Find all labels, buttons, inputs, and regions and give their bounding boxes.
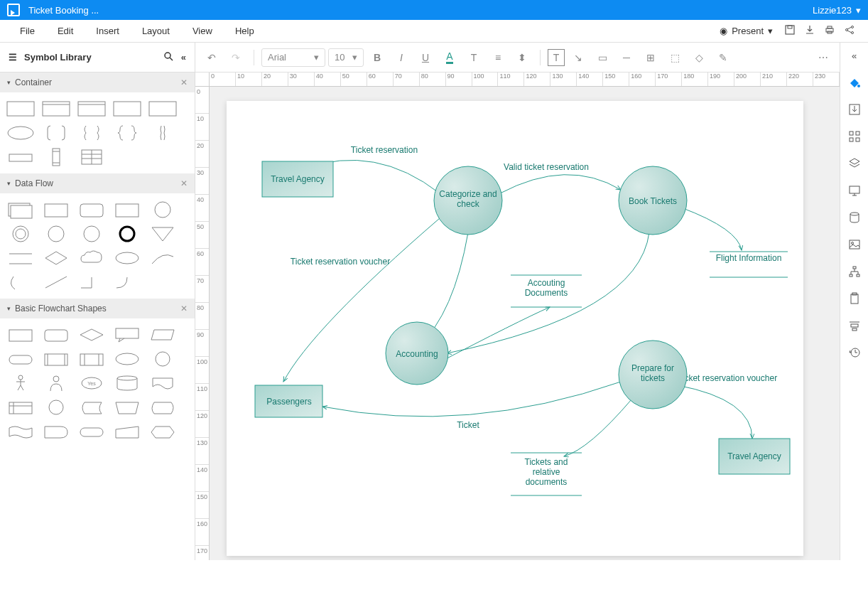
shape-bracket[interactable]: [75, 122, 108, 144]
shape-rect-v[interactable]: [40, 146, 72, 168]
shape-circle[interactable]: [146, 199, 179, 220]
shape-hexagon[interactable]: [146, 421, 179, 442]
print-icon[interactable]: [820, 24, 840, 38]
shape-rect[interactable]: [4, 324, 37, 345]
bold-button[interactable]: B: [367, 47, 388, 68]
search-icon[interactable]: [163, 50, 174, 64]
shape-rect[interactable]: [40, 199, 72, 220]
canvas[interactable]: Ticket reservation Valid ticket reservat…: [227, 101, 803, 556]
menu-edit[interactable]: Edit: [46, 26, 85, 36]
user-menu[interactable]: Lizzie123 ▾: [813, 5, 861, 16]
highlight-button[interactable]: T: [463, 47, 484, 68]
database-icon[interactable]: [846, 209, 863, 226]
history-icon[interactable]: [846, 344, 863, 361]
shape-decision-yes[interactable]: Yes: [75, 372, 108, 394]
shape-bracket[interactable]: [40, 122, 72, 144]
export-icon[interactable]: [846, 101, 863, 118]
shape-cloud[interactable]: [75, 247, 108, 269]
menu-view[interactable]: View: [181, 26, 224, 36]
image-icon[interactable]: [846, 236, 863, 253]
shape-terminator[interactable]: [4, 348, 37, 370]
shape-line[interactable]: [40, 272, 72, 293]
redo-button[interactable]: ↷: [225, 47, 246, 68]
tree-icon[interactable]: [846, 263, 863, 280]
shape-tape[interactable]: [4, 421, 37, 442]
line-style-button[interactable]: ▭: [592, 47, 613, 68]
shape-callout[interactable]: [111, 324, 143, 345]
shape-triangle[interactable]: [146, 223, 179, 245]
edge-to-tickets-docs[interactable]: [564, 399, 631, 456]
shape-rect[interactable]: [111, 199, 143, 220]
shape-ellipse[interactable]: [111, 247, 143, 269]
edge-acc-to-docs[interactable]: [436, 307, 550, 364]
shape-stored[interactable]: [75, 397, 108, 418]
clipboard-icon[interactable]: [846, 290, 863, 307]
close-icon[interactable]: ✕: [180, 178, 188, 188]
close-icon[interactable]: ✕: [180, 77, 188, 87]
menu-help[interactable]: Help: [224, 26, 266, 36]
shape-diamond[interactable]: [40, 247, 72, 269]
section-basic-flowchart[interactable]: ▾ Basic Flowchart Shapes ✕: [0, 299, 195, 318]
shape-pill[interactable]: [75, 421, 108, 442]
shape-arc[interactable]: [146, 247, 179, 269]
grid-icon[interactable]: [846, 128, 863, 145]
layers-icon[interactable]: [846, 155, 863, 172]
shape-rounded[interactable]: [40, 324, 72, 345]
download-icon[interactable]: [800, 24, 820, 38]
shape-ellipse[interactable]: [111, 348, 143, 370]
shape-arc[interactable]: [4, 272, 37, 293]
shape-circle[interactable]: [146, 348, 179, 370]
shape-predefined[interactable]: [75, 348, 108, 370]
pen-button[interactable]: ✎: [712, 47, 734, 68]
shape-ellipse[interactable]: [4, 122, 37, 144]
shape-rounded[interactable]: [75, 199, 108, 220]
shape-circle[interactable]: [75, 223, 108, 245]
edge-valid-reservation[interactable]: [500, 175, 621, 193]
presentation-icon[interactable]: [846, 182, 863, 199]
save-icon[interactable]: [780, 24, 800, 38]
shape-user[interactable]: [40, 372, 72, 394]
expand-panel-icon[interactable]: «: [846, 47, 863, 64]
fill-tool-icon[interactable]: [846, 74, 863, 91]
shape-display[interactable]: [146, 397, 179, 418]
distribute-button[interactable]: ⬚: [664, 47, 685, 68]
shape-predefined[interactable]: [40, 348, 72, 370]
italic-button[interactable]: I: [391, 47, 412, 68]
line-spacing-button[interactable]: ⬍: [511, 47, 533, 68]
shape-actor[interactable]: [4, 372, 37, 394]
shape-stack[interactable]: [4, 199, 37, 220]
shape-rect-small[interactable]: [4, 146, 37, 168]
shape-manual[interactable]: [111, 397, 143, 418]
align-objects-button[interactable]: ⊞: [640, 47, 661, 68]
line-button[interactable]: ─: [616, 47, 637, 68]
fill-button[interactable]: ◇: [688, 47, 710, 68]
align-button[interactable]: ≡: [487, 47, 509, 68]
shape-angle[interactable]: [75, 272, 108, 293]
menu-file[interactable]: File: [9, 26, 46, 36]
section-data-flow[interactable]: ▾ Data Flow ✕: [0, 173, 195, 193]
shape-parallelogram[interactable]: [146, 324, 179, 345]
shape-brace[interactable]: [111, 122, 143, 144]
shape-document[interactable]: [146, 372, 179, 394]
shape-manual-input[interactable]: [111, 421, 143, 442]
size-select[interactable]: 10▾: [328, 48, 364, 67]
font-select[interactable]: Arial▾: [261, 48, 325, 67]
shape-rect[interactable]: [111, 98, 143, 119]
share-icon[interactable]: [840, 24, 859, 38]
text-color-button[interactable]: A: [439, 47, 460, 68]
shape-internal[interactable]: [4, 397, 37, 418]
close-icon[interactable]: ✕: [180, 304, 188, 313]
shape-circle[interactable]: [40, 223, 72, 245]
shape-rect[interactable]: [4, 98, 37, 119]
present-button[interactable]: ◉ Present ▾: [712, 26, 780, 36]
menu-insert[interactable]: Insert: [85, 26, 131, 36]
undo-button[interactable]: ↶: [201, 47, 222, 68]
shape-grid[interactable]: [75, 146, 108, 168]
shape-rect[interactable]: [146, 98, 179, 119]
shape-brace[interactable]: [146, 122, 179, 144]
menu-layout[interactable]: Layout: [131, 26, 181, 36]
shape-database[interactable]: [111, 372, 143, 394]
edge-ticket[interactable]: [322, 382, 621, 417]
text-tool-button[interactable]: T: [548, 49, 565, 66]
shape-circle[interactable]: [40, 397, 72, 418]
